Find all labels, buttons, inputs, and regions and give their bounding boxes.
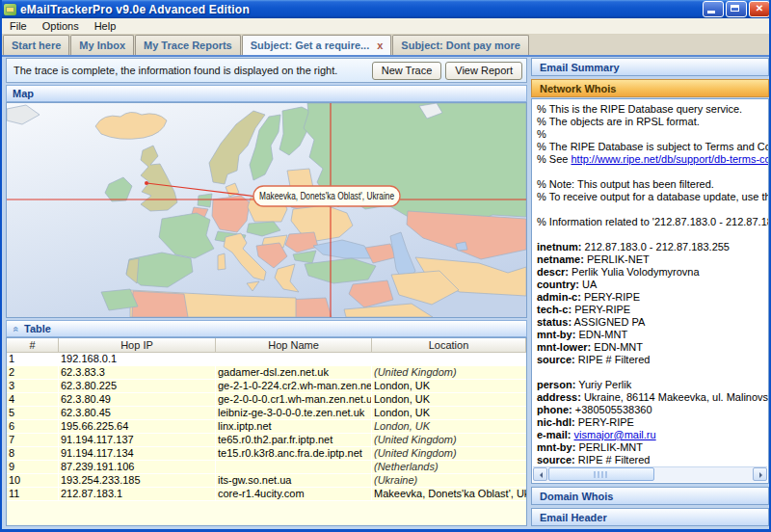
table-cell: 3 bbox=[7, 380, 59, 392]
table-cell: 4 bbox=[7, 393, 59, 406]
table-cell: 1 bbox=[7, 353, 59, 365]
table-cell: linx.iptp.net bbox=[216, 420, 372, 433]
trace-origin-dot bbox=[145, 181, 148, 185]
table-cell bbox=[216, 353, 372, 365]
table-cell: 87.239.191.106 bbox=[59, 461, 216, 473]
whois-line: phone: +380505538360 bbox=[532, 404, 768, 416]
section-network-whois[interactable]: Network Whois bbox=[531, 79, 769, 97]
table-cell: (United Kingdom) bbox=[372, 447, 526, 460]
tab-label: Subject: Get a require... bbox=[251, 40, 369, 51]
table-cell: 91.194.117.134 bbox=[59, 447, 216, 460]
table-row[interactable]: 262.3.83.3gadamer-dsl.zen.net.uk(United … bbox=[7, 366, 526, 380]
horizontal-scrollbar[interactable] bbox=[533, 466, 767, 482]
table-row[interactable]: 11212.87.183.1core-r1.4ucity.comMakeevka… bbox=[7, 488, 526, 501]
tab-my-inbox[interactable]: My Inbox bbox=[70, 35, 134, 55]
table-cell: (Netherlands) bbox=[372, 461, 526, 473]
map-location-tooltip: Makeevka, Donets'ka Oblast', Ukraine bbox=[253, 186, 400, 206]
tab-my-trace-reports[interactable]: My Trace Reports bbox=[135, 35, 241, 55]
table-row[interactable]: 462.3.80.49ge-2-0-0-0.cr1.wh-man.zen.net… bbox=[7, 393, 526, 407]
table-cell: te65.r0.th2.par.fr.iptp.net bbox=[216, 434, 372, 446]
table-row[interactable]: 362.3.80.225ge-2-1-0-224.cr2.wh-man.zen.… bbox=[7, 380, 526, 393]
menu-item-help[interactable]: Help bbox=[87, 18, 124, 34]
whois-line: netname: PERLIK-NET bbox=[532, 253, 768, 266]
maximize-button[interactable] bbox=[726, 1, 747, 17]
whois-line: address: Ukraine, 86114 Makeevka, ul. Ma… bbox=[532, 391, 768, 404]
whois-line: mnt-by: PERLIK-MNT bbox=[532, 441, 768, 454]
table-cell bbox=[372, 353, 526, 365]
table-cell: 195.66.225.64 bbox=[59, 420, 216, 433]
tab-label: My Inbox bbox=[79, 40, 125, 51]
email-summary-label: Email Summary bbox=[540, 62, 620, 73]
map-panel-header[interactable]: Map bbox=[6, 85, 527, 102]
section-email-summary[interactable]: Email Summary bbox=[531, 58, 769, 76]
status-panel: The trace is complete, the information f… bbox=[6, 58, 527, 83]
table-row[interactable]: 791.194.117.137te65.r0.th2.par.fr.iptp.n… bbox=[7, 434, 526, 447]
table-cell: 62.3.80.45 bbox=[59, 407, 216, 419]
column-header-num[interactable]: # bbox=[7, 338, 59, 352]
table-cell: its-gw.so.net.ua bbox=[216, 474, 372, 487]
table-cell: ge-2-1-0-224.cr2.wh-man.zen.net.uk bbox=[216, 380, 372, 392]
view-report-button[interactable]: View Report bbox=[445, 62, 522, 80]
whois-line: mnt-by: EDN-MNT bbox=[532, 329, 768, 341]
table-row[interactable]: 891.194.117.134te15.r0.k3r8.anc.fra.de.i… bbox=[7, 447, 526, 461]
column-header-hop-name[interactable]: Hop Name bbox=[216, 338, 372, 352]
tab-bar: Start hereMy InboxMy Trace ReportsSubjec… bbox=[2, 35, 769, 55]
tab-subject-dont-pay-more[interactable]: Subject: Dont pay more bbox=[392, 35, 528, 55]
whois-line: tech-c: PERY-RIPE bbox=[532, 304, 768, 316]
table-panel-header[interactable]: « Table bbox=[6, 320, 527, 337]
table-cell: ge-2-0-0-0.cr1.wh-man.zen.net.uk bbox=[216, 393, 372, 406]
new-trace-button[interactable]: New Trace bbox=[372, 62, 442, 80]
whois-line bbox=[532, 228, 768, 241]
close-button[interactable] bbox=[749, 1, 770, 17]
table-cell: 6 bbox=[7, 420, 59, 433]
tab-label: My Trace Reports bbox=[144, 40, 232, 51]
table-cell: gadamer-dsl.zen.net.uk bbox=[216, 366, 372, 379]
whois-line bbox=[532, 366, 768, 379]
table-cell: London, UK bbox=[372, 407, 526, 419]
table-row[interactable]: 10193.254.233.185its-gw.so.net.ua(Ukrain… bbox=[7, 474, 526, 488]
scroll-right-arrow-icon[interactable] bbox=[753, 467, 767, 481]
domain-whois-label: Domain Whois bbox=[540, 491, 613, 502]
table-row[interactable]: 6195.66.225.64linx.iptp.netLondon, UK bbox=[7, 420, 526, 434]
whois-line: admin-c: PERY-RIPE bbox=[532, 291, 768, 304]
content-top-divider bbox=[2, 55, 769, 57]
status-message: The trace is complete, the information f… bbox=[7, 65, 372, 76]
whois-line: inetnum: 212.87.183.0 - 212.87.183.255 bbox=[532, 241, 768, 253]
map-view[interactable]: Makeevka, Donets'ka Oblast', Ukraine bbox=[6, 102, 527, 318]
minimize-button[interactable] bbox=[703, 1, 724, 17]
tab-close-icon[interactable]: x bbox=[377, 40, 383, 51]
column-header-location[interactable]: Location bbox=[372, 338, 526, 352]
menu-item-options[interactable]: Options bbox=[35, 18, 87, 34]
table-cell: core-r1.4ucity.com bbox=[216, 488, 372, 500]
hop-table: # Hop IP Hop Name Location 1192.168.0.12… bbox=[6, 337, 527, 526]
menu-bar: FileOptionsHelp bbox=[2, 18, 769, 35]
table-row[interactable]: 987.239.191.106(Netherlands) bbox=[7, 461, 526, 474]
scroll-left-arrow-icon[interactable] bbox=[533, 467, 547, 481]
table-cell bbox=[216, 461, 372, 473]
table-cell: 62.3.80.49 bbox=[59, 393, 216, 406]
whois-line bbox=[532, 166, 768, 178]
collapse-chevron-icon[interactable]: « bbox=[8, 324, 24, 335]
table-panel-title: Table bbox=[24, 323, 51, 334]
table-cell: leibniz-ge-3-0-0-0.te.zen.net.uk bbox=[216, 407, 372, 419]
menu-item-file[interactable]: File bbox=[2, 18, 35, 34]
column-header-hop-ip[interactable]: Hop IP bbox=[59, 338, 216, 352]
section-domain-whois[interactable]: Domain Whois bbox=[531, 487, 769, 505]
email-header-label: Email Header bbox=[540, 512, 607, 523]
whois-link[interactable]: http://www.ripe.net/db/support/db-terms-… bbox=[571, 153, 769, 165]
app-icon bbox=[4, 4, 16, 15]
window-title: eMailTrackerPro v9.0e Advanced Edition bbox=[20, 3, 250, 16]
table-cell: 62.3.80.225 bbox=[59, 380, 216, 392]
tab-label: Start here bbox=[12, 40, 61, 51]
whois-line: % Information related to '212.87.183.0 -… bbox=[532, 216, 768, 228]
table-row[interactable]: 1192.168.0.1 bbox=[7, 353, 526, 366]
tab-start-here[interactable]: Start here bbox=[3, 35, 69, 55]
tab-subject-get-a-require[interactable]: Subject: Get a require...x bbox=[242, 35, 392, 55]
whois-link[interactable]: vismajor@mail.ru bbox=[574, 429, 656, 440]
title-bar[interactable]: eMailTrackerPro v9.0e Advanced Edition bbox=[0, 0, 771, 18]
scrollbar-thumb[interactable] bbox=[548, 467, 654, 481]
section-email-header[interactable]: Email Header bbox=[531, 508, 769, 526]
whois-line: descr: Perlik Yulia Volodymyrovna bbox=[532, 266, 768, 279]
table-rows: 1192.168.0.1262.3.83.3gadamer-dsl.zen.ne… bbox=[7, 353, 526, 501]
table-row[interactable]: 562.3.80.45leibniz-ge-3-0-0-0.te.zen.net… bbox=[7, 407, 526, 420]
